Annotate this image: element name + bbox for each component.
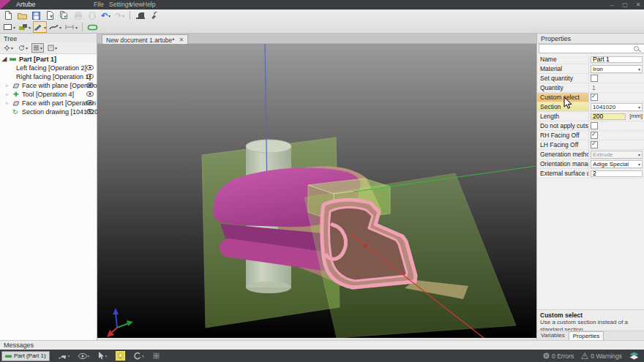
menu-help[interactable]: Help	[140, 1, 158, 8]
machine-icon	[135, 11, 146, 20]
maximize-button[interactable]: ▢	[619, 0, 631, 10]
save-as-icon	[46, 11, 55, 20]
messages-panel[interactable]: Messages	[0, 340, 644, 350]
property-row-name: Name	[537, 55, 644, 64]
eye-icon[interactable]	[86, 83, 94, 88]
origin-point	[364, 244, 367, 248]
list-view-icon	[33, 45, 40, 51]
curve-tool-button[interactable]: ▾	[48, 21, 62, 33]
tree-item-part[interactable]: ◢ Part [Part 1]	[0, 55, 97, 64]
external-surface-field[interactable]	[591, 170, 643, 177]
tree-sync-button[interactable]: ▾	[17, 43, 29, 53]
context-selector[interactable]: Part (Part 1)	[1, 351, 50, 361]
layers-button[interactable]	[629, 352, 641, 360]
properties-panel-title: Properties	[537, 34, 644, 44]
set-quantity-checkbox[interactable]	[591, 75, 598, 82]
tab-variables[interactable]: Variables	[537, 331, 569, 340]
machine-setup-button[interactable]	[134, 10, 146, 21]
save-copy-button[interactable]	[58, 10, 70, 21]
tree-item-face-with-part[interactable]: ▹ Face with part [Operation 3]	[0, 99, 97, 108]
undo-button[interactable]: ↶▾	[100, 10, 112, 21]
artube-logo-icon	[0, 0, 11, 10]
eye-icon[interactable]	[86, 65, 94, 70]
minimize-button[interactable]: –	[606, 0, 618, 10]
section-select[interactable]: 1041020▾	[591, 103, 643, 111]
section-shape-button[interactable]: ▾	[2, 21, 16, 33]
viewport-3d[interactable]	[97, 44, 536, 338]
property-row-rh-facing-off: RH Facing Off	[537, 131, 644, 140]
dimension-tool-button[interactable]: ▾	[64, 21, 78, 33]
open-folder-icon	[18, 12, 27, 20]
save-copy-icon	[59, 11, 69, 20]
rh-facing-off-checkbox[interactable]	[591, 132, 598, 139]
tree-report-button[interactable]: ▾	[46, 43, 59, 53]
tab-close-icon[interactable]: ✕	[179, 37, 184, 43]
expand-icon[interactable]: ▹	[6, 81, 9, 90]
errors-indicator: 0 Errors	[543, 352, 574, 360]
save-as-button[interactable]	[44, 10, 56, 21]
name-field[interactable]	[591, 56, 643, 63]
warning-icon	[581, 352, 588, 359]
redo-button[interactable]: ↷▾	[113, 10, 126, 21]
tab-properties[interactable]: Properties	[569, 331, 604, 340]
tube-button[interactable]	[86, 21, 99, 33]
draw-tool-button[interactable]: ▾	[33, 21, 47, 33]
help-title: Custom select	[540, 312, 641, 319]
highlight-toggle-button[interactable]	[116, 351, 125, 361]
properties-search-input[interactable]	[539, 44, 644, 53]
new-document-button[interactable]	[2, 10, 15, 21]
open-button[interactable]	[16, 10, 29, 21]
tool-icon: ✚	[13, 90, 19, 99]
wrench-icon	[150, 11, 159, 20]
document-tab[interactable]: New document 1.artube* ✕	[102, 34, 188, 45]
open-part-button[interactable]: ▾	[18, 21, 31, 33]
lh-facing-off-checkbox[interactable]	[591, 141, 598, 148]
tree-item-right-facing[interactable]: Right facing [Operation 1]	[0, 72, 97, 81]
print-preview-button[interactable]	[86, 10, 98, 21]
eye-icon[interactable]	[86, 109, 94, 114]
tree-filter-button[interactable]: ▾	[2, 43, 15, 53]
report-icon	[48, 45, 54, 51]
material-select[interactable]: Iron▾	[591, 65, 643, 73]
pan-mode-button[interactable]	[152, 352, 160, 360]
eye-icon[interactable]	[86, 74, 94, 79]
save-button[interactable]	[30, 10, 42, 21]
do-not-apply-cuts-checkbox[interactable]	[591, 122, 598, 129]
custom-select-checkbox[interactable]	[591, 94, 598, 101]
length-field[interactable]	[591, 113, 626, 120]
layers-icon	[629, 352, 639, 360]
new-document-icon	[4, 11, 12, 20]
expand-icon[interactable]: ◢	[2, 55, 7, 64]
part-icon	[10, 58, 16, 61]
tree-item-tool[interactable]: ▹ ✚ Tool [Operation 4]	[0, 90, 97, 99]
artube-window: Artube File Settings View Help – ▢ ✕ ↶▾ …	[0, 0, 644, 362]
part-folder-icon	[18, 23, 28, 31]
menu-file[interactable]: File	[91, 1, 107, 8]
navigate-mode-button[interactable]: ▾	[58, 352, 70, 360]
draw-pen-icon	[34, 23, 43, 31]
print-button[interactable]	[72, 10, 84, 21]
eye-icon[interactable]	[86, 100, 94, 105]
visibility-button[interactable]: ▾	[78, 353, 90, 359]
cursor-icon	[98, 352, 105, 360]
part-icon	[5, 355, 12, 358]
expand-icon[interactable]: ▹	[6, 99, 9, 108]
status-bar: Part (Part 1) ▾ ▾ ▾ ▾ 0 Errors 0 Warning…	[0, 350, 644, 362]
properties-bottom-tabs: Variables Properties	[537, 331, 644, 340]
select-mode-button[interactable]: ▾	[98, 352, 108, 360]
property-help-box: Custom select Use a custom section inste…	[537, 309, 644, 331]
eye-icon[interactable]	[86, 91, 94, 97]
expand-icon[interactable]: ▹	[6, 90, 9, 99]
rotate-mode-button[interactable]: ▾	[133, 352, 144, 360]
tree-item-section-drawing[interactable]: ↻ Section drawing [1041020]	[0, 108, 97, 116]
tools-button[interactable]	[148, 10, 160, 21]
close-button[interactable]: ✕	[632, 0, 644, 10]
rotate-icon	[133, 352, 141, 360]
orientation-management-select[interactable]: Adige Special▾	[591, 160, 643, 168]
tree-item-face-with-plane[interactable]: ▹ Face with plane [Operation 5]	[0, 81, 97, 90]
tree-item-left-facing[interactable]: Left facing [Operation 2]	[0, 64, 97, 72]
undo-icon: ↶	[101, 12, 108, 19]
generation-method-select[interactable]: Extrude▾	[591, 151, 643, 159]
rectangle-section-icon	[3, 23, 12, 31]
tree-list-view-button[interactable]: ▾	[31, 43, 44, 53]
